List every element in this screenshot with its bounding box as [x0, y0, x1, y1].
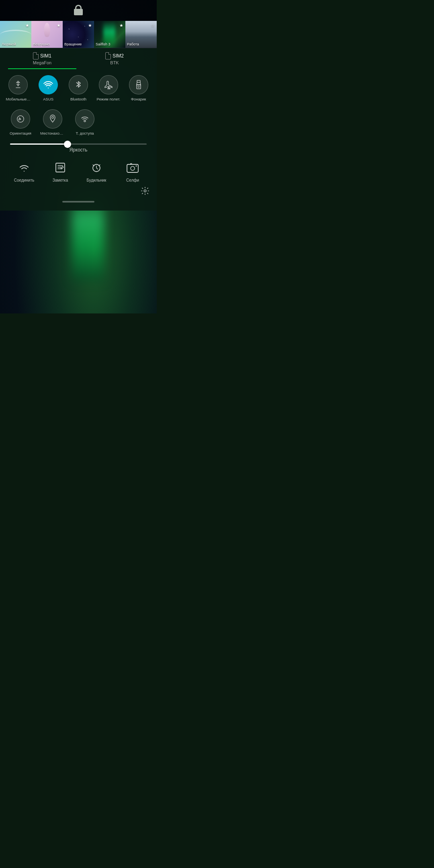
- thumb-label-rotation: Вращение: [64, 42, 82, 46]
- location-icon: [43, 109, 62, 129]
- wifi-icon: [39, 75, 58, 94]
- toggle-airplane[interactable]: Режим полет.: [96, 75, 121, 101]
- thumb-star-icy: ★: [25, 23, 29, 28]
- thumb-star-sailfish: ★: [119, 23, 123, 28]
- sim1-name: SIM1: [40, 53, 51, 59]
- sim2-name: SIM2: [113, 53, 124, 59]
- mobile-label: Мобильные д.: [6, 97, 31, 101]
- toggle-mobile[interactable]: Мобильные д.: [6, 75, 31, 101]
- svg-rect-0: [137, 80, 140, 82]
- svg-point-4: [52, 117, 54, 119]
- svg-point-9: [131, 166, 135, 170]
- thumb-label-sailfish: Sailfish 3: [96, 42, 111, 46]
- thumb-star-work: ☆: [151, 23, 155, 28]
- airplane-label: Режим полет.: [96, 97, 121, 101]
- toggle-wifi[interactable]: ASUS: [36, 75, 61, 101]
- shortcut-connect[interactable]: Соединить: [10, 160, 38, 182]
- hotspot-label: Т. доступа: [72, 131, 97, 135]
- thumb-star-air: ★: [57, 23, 61, 28]
- svg-point-10: [136, 166, 137, 167]
- lock-area: [0, 0, 157, 21]
- toggles-row-2: Ориентация Местонахожд.: [0, 103, 157, 137]
- hotspot-icon: [75, 109, 94, 129]
- shortcuts-row: Соединить Заметка: [0, 155, 157, 186]
- svg-point-2: [138, 86, 139, 88]
- sim1-tab[interactable]: SIM1 MegaFon: [8, 52, 76, 69]
- lock-icon: [73, 5, 84, 16]
- brightness-slider-track[interactable]: [10, 143, 147, 145]
- shortcut-selfie[interactable]: Селфи: [119, 160, 147, 182]
- quick-settings-panel: SIM1 MegaFon SIM2 BTK: [0, 48, 157, 211]
- lock-body: [74, 9, 83, 15]
- sim2-tab[interactable]: SIM2 BTK: [80, 52, 149, 69]
- sim2-carrier: BTK: [80, 60, 149, 65]
- wallpaper-thumb-air[interactable]: ★ Воздушно: [31, 21, 63, 48]
- toggle-location[interactable]: Местонахожд.: [40, 109, 65, 135]
- shortcut-note[interactable]: Заметка: [46, 160, 74, 182]
- brightness-thumb[interactable]: [64, 141, 71, 148]
- drag-handle: [62, 201, 94, 203]
- wallpaper-thumb-icy[interactable]: ★ Ледяной: [0, 21, 31, 48]
- sim-tabs: SIM1 MegaFon SIM2 BTK: [0, 48, 157, 69]
- flashlight-icon: [129, 75, 148, 94]
- lock-shackle: [75, 5, 82, 9]
- thumb-star-rotation: ★: [88, 23, 92, 28]
- wifi-label: ASUS: [36, 97, 61, 101]
- alarm-label: Будильник: [87, 178, 106, 182]
- svg-point-11: [144, 190, 146, 192]
- thumb-feather: [44, 23, 50, 37]
- bluetooth-icon: [69, 75, 88, 94]
- brightness-fill: [10, 143, 68, 145]
- connect-label: Соединить: [14, 178, 34, 182]
- handle-bar[interactable]: [0, 199, 157, 207]
- toggle-flashlight[interactable]: Фонарик: [126, 75, 151, 101]
- brightness-label: Яркость: [10, 147, 147, 153]
- svg-rect-1: [137, 85, 141, 89]
- svg-point-5: [84, 120, 86, 122]
- location-label: Местонахожд.: [40, 131, 65, 135]
- wallpaper-thumb-rotation[interactable]: ★ Вращение: [63, 21, 94, 48]
- selfie-label: Селфи: [126, 178, 139, 182]
- sim1-icon: [33, 52, 39, 59]
- wallpaper-thumbnails: ★ Ледяной ★ Воздушно ★ Вращение ★ Sailfi…: [0, 21, 157, 48]
- toggles-row-1: Мобильные д. ASUS: [0, 69, 157, 103]
- flashlight-label: Фонарик: [126, 97, 151, 101]
- note-icon: [52, 160, 68, 176]
- toggle-hotspot[interactable]: Т. доступа: [72, 109, 97, 135]
- selfie-icon: [125, 160, 141, 176]
- brightness-section: Яркость: [0, 137, 157, 155]
- sim1-header: SIM1: [8, 52, 76, 59]
- mobile-icon: [8, 75, 28, 94]
- thumb-label-air: Воздушно: [33, 42, 50, 46]
- settings-row: [0, 186, 157, 199]
- airplane-icon: [99, 75, 118, 94]
- toggle-bluetooth[interactable]: Bluetooth: [66, 75, 91, 101]
- thumb-label-icy: Ледяной: [2, 42, 16, 46]
- wifi-connect-icon: [16, 160, 32, 176]
- thumb-label-work: Работа: [127, 42, 139, 46]
- thumb-wave-icy: [0, 30, 31, 40]
- shortcut-alarm[interactable]: Будильник: [82, 160, 111, 182]
- wallpaper-thumb-work[interactable]: ☆ Работа: [125, 21, 157, 48]
- orientation-icon: [11, 109, 30, 129]
- sim2-icon: [105, 52, 111, 59]
- sim1-carrier: MegaFon: [8, 60, 76, 65]
- orientation-label: Ориентация: [8, 131, 33, 135]
- alarm-icon: [88, 160, 104, 176]
- sim2-header: SIM2: [80, 52, 149, 59]
- wallpaper-thumb-sailfish[interactable]: ★ Sailfish 3: [94, 21, 125, 48]
- settings-button[interactable]: [141, 186, 149, 195]
- toggle-orientation[interactable]: Ориентация: [8, 109, 33, 135]
- notification-panel: ★ Ледяной ★ Воздушно ★ Вращение ★ Sailfi…: [0, 0, 157, 211]
- bluetooth-label: Bluetooth: [66, 97, 91, 101]
- note-label: Заметка: [53, 178, 68, 182]
